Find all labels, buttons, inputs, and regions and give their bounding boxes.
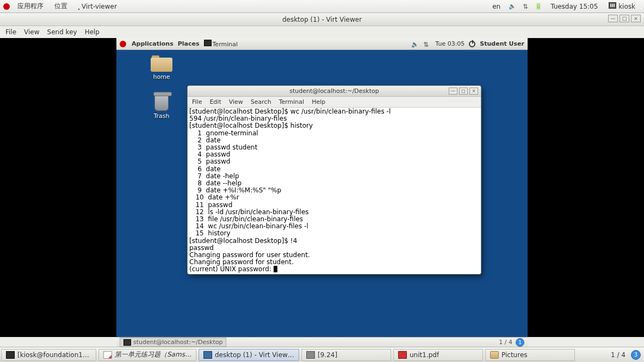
terminal-titlebar[interactable]: student@localhost:~/Desktop — □ × bbox=[188, 86, 481, 97]
taskbar-item-label: [9.24] bbox=[318, 351, 337, 359]
guest-terminal-launcher[interactable]: Terminal bbox=[204, 40, 238, 48]
pdf-icon bbox=[398, 351, 407, 359]
minimize-button[interactable]: — bbox=[608, 15, 618, 22]
host-active-app-label: Virt-viewer bbox=[82, 3, 117, 10]
virt-viewer-title: desktop (1) - Virt Viewer bbox=[282, 16, 362, 23]
virt-viewer-menubar: File View Send key Help bbox=[0, 26, 644, 38]
virt-viewer-icon bbox=[203, 351, 212, 359]
folder-icon bbox=[490, 351, 499, 359]
term-menu-file[interactable]: File bbox=[192, 98, 202, 105]
guest-sound-icon[interactable] bbox=[411, 41, 419, 47]
host-workspace-switcher[interactable]: 3 bbox=[631, 350, 641, 360]
terminal-title: student@localhost:~/Desktop bbox=[289, 88, 379, 95]
virt-viewer-titlebar[interactable]: desktop (1) - Virt Viewer — □ × bbox=[0, 13, 644, 26]
guest-top-panel: Applications Places Terminal Tue 03:05 S… bbox=[116, 38, 528, 50]
term-menu-help[interactable]: Help bbox=[312, 98, 325, 105]
screenshot-icon bbox=[306, 351, 315, 359]
term-menu-terminal[interactable]: Terminal bbox=[279, 98, 305, 105]
taskbar-item-kiosk-terminal[interactable]: [kiosk@foundation167:… bbox=[1, 349, 96, 361]
folder-icon bbox=[151, 55, 172, 72]
guest-places-menu[interactable]: Places bbox=[178, 40, 200, 47]
host-user-menu[interactable]: kiosk bbox=[603, 2, 641, 10]
terminal-icon bbox=[204, 40, 212, 46]
terminal-menubar: File Edit View Search Terminal Help bbox=[188, 97, 481, 108]
guest-bottom-panel: student@localhost:~/Desktop 1 / 4 1 bbox=[116, 337, 528, 347]
vv-menu-help[interactable]: Help bbox=[85, 28, 100, 36]
terminal-maximize-button[interactable]: □ bbox=[459, 88, 468, 95]
host-places-menu[interactable]: 位置 bbox=[49, 2, 73, 11]
taskbar-item-label: [kiosk@foundation167:… bbox=[17, 351, 91, 359]
network-icon[interactable] bbox=[521, 3, 530, 10]
host-pager-label: 1 / 4 bbox=[605, 351, 631, 359]
sound-icon[interactable] bbox=[508, 3, 517, 10]
guest-user-menu[interactable]: Student User bbox=[480, 40, 524, 47]
document-icon bbox=[103, 351, 112, 359]
term-menu-view[interactable]: View bbox=[229, 98, 243, 105]
guest-pager-label: 1 / 4 bbox=[499, 339, 512, 346]
terminal-minimize-button[interactable]: — bbox=[449, 88, 457, 95]
terminal-icon bbox=[6, 351, 15, 359]
guest-power-icon[interactable] bbox=[469, 41, 475, 47]
guest-desktop[interactable]: Applications Places Terminal Tue 03:05 S… bbox=[116, 38, 528, 338]
terminal-output[interactable]: [student@localhost Desktop]$ wc /usr/bin… bbox=[188, 108, 481, 274]
activities-icon[interactable] bbox=[3, 3, 10, 10]
desktop-icon-home[interactable]: home bbox=[143, 55, 181, 80]
trash-icon bbox=[154, 93, 169, 111]
maximize-button[interactable]: □ bbox=[620, 15, 629, 22]
taskbar-item-pictures[interactable]: Pictures bbox=[485, 349, 575, 361]
host-top-panel: 应用程序 位置 Virt-viewer en Tuesday 15:05 kio… bbox=[0, 0, 644, 13]
taskbar-item-label: Pictures bbox=[501, 351, 528, 359]
terminal-close-button[interactable]: × bbox=[469, 88, 478, 95]
taskbar-item-screenshot[interactable]: [9.24] bbox=[301, 349, 391, 361]
taskbar-item-pdf[interactable]: unit1.pdf bbox=[393, 349, 483, 361]
guest-activities-icon[interactable] bbox=[120, 41, 126, 47]
terminal-cursor bbox=[274, 266, 277, 272]
terminal-text: [student@localhost Desktop]$ wc /usr/bin… bbox=[189, 108, 391, 273]
taskbar-item-label: desktop (1) - Virt Viewer bbox=[215, 351, 294, 359]
guest-taskbar-item-terminal[interactable]: student@localhost:~/Desktop bbox=[120, 338, 226, 347]
host-clock[interactable]: Tuesday 15:05 bbox=[545, 3, 603, 10]
vv-menu-sendkey[interactable]: Send key bbox=[47, 28, 77, 36]
taskbar-item-virt-viewer[interactable]: desktop (1) - Virt Viewer bbox=[199, 349, 299, 361]
guest-applications-menu[interactable]: Applications bbox=[132, 40, 174, 47]
desktop-icon-trash[interactable]: Trash bbox=[143, 93, 181, 120]
battery-icon[interactable] bbox=[534, 3, 543, 10]
host-active-app[interactable]: Virt-viewer bbox=[73, 3, 122, 10]
taskbar-item-label: unit1.pdf bbox=[410, 351, 439, 359]
taskbar-item-doc[interactable]: 第一单元练习题（Sams… bbox=[98, 349, 196, 361]
desktop-icon-trash-label: Trash bbox=[143, 113, 181, 120]
desktop-icon-home-label: home bbox=[143, 73, 181, 80]
taskbar-item-label: 第一单元练习题（Sams… bbox=[115, 350, 191, 359]
term-menu-search[interactable]: Search bbox=[251, 98, 271, 105]
host-taskbar: [kiosk@foundation167:… 第一单元练习题（Sams… des… bbox=[0, 347, 644, 362]
virt-viewer-display[interactable]: Applications Places Terminal Tue 03:05 S… bbox=[0, 38, 644, 337]
host-applications-menu[interactable]: 应用程序 bbox=[12, 2, 49, 11]
terminal-window[interactable]: student@localhost:~/Desktop — □ × File E… bbox=[187, 85, 481, 274]
terminal-tab-icon bbox=[123, 339, 131, 346]
guest-workspace-switcher[interactable]: 1 bbox=[516, 338, 524, 347]
host-user-label: kiosk bbox=[618, 3, 635, 10]
term-menu-edit[interactable]: Edit bbox=[209, 98, 221, 105]
guest-clock[interactable]: Tue 03:05 bbox=[435, 40, 465, 47]
vv-menu-file[interactable]: File bbox=[5, 28, 16, 36]
vv-menu-view[interactable]: View bbox=[24, 28, 39, 36]
guest-taskbar-item-label: student@localhost:~/Desktop bbox=[133, 339, 222, 346]
guest-network-icon[interactable] bbox=[423, 41, 431, 47]
keyboard-icon bbox=[609, 2, 616, 9]
close-button[interactable]: × bbox=[631, 15, 641, 22]
host-lang-indicator[interactable]: en bbox=[487, 3, 506, 10]
virt-viewer-window: desktop (1) - Virt Viewer — □ × File Vie… bbox=[0, 13, 644, 347]
guest-terminal-label: Terminal bbox=[213, 41, 238, 48]
